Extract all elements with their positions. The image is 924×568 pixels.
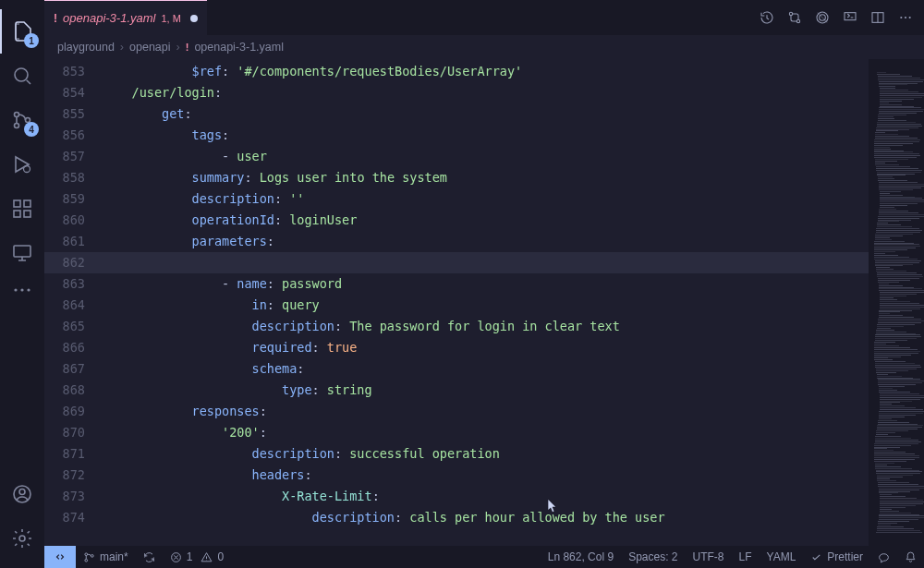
code-line[interactable]: $ref: '#/components/requestBodies/UserAr… xyxy=(102,61,869,82)
line-number-gutter[interactable]: 8538548558568578588598608618628638648658… xyxy=(44,59,102,546)
svg-rect-9 xyxy=(14,246,30,257)
line-number: 857 xyxy=(44,146,85,167)
problems-status[interactable]: 1 0 xyxy=(163,546,231,568)
more-actions-icon[interactable] xyxy=(898,10,913,25)
tab-bar: ! openapi-3-1.yaml 1, M xyxy=(44,0,924,35)
line-number: 872 xyxy=(44,465,85,486)
breadcrumb-segment[interactable]: openapi-3-1.yaml xyxy=(194,41,284,54)
svg-point-22 xyxy=(900,17,902,18)
breadcrumb-segment[interactable]: playground xyxy=(57,41,115,54)
code-line[interactable]: schema: xyxy=(102,358,869,380)
eol-status[interactable]: LF xyxy=(732,546,760,568)
code-line[interactable]: description: '' xyxy=(102,188,869,210)
run-debug-icon[interactable] xyxy=(0,142,44,187)
line-number: 867 xyxy=(44,358,85,380)
code-line[interactable]: X-Rate-Limit: xyxy=(102,486,869,507)
line-number: 858 xyxy=(44,167,85,188)
line-number: 865 xyxy=(44,316,85,337)
cursor-position-status[interactable]: Ln 862, Col 9 xyxy=(541,546,621,568)
code-line[interactable]: /user/login: xyxy=(102,82,869,103)
explorer-icon[interactable]: 1 xyxy=(0,9,44,54)
line-number: 862 xyxy=(44,252,85,273)
code-line[interactable]: operationId: loginUser xyxy=(102,210,869,231)
sync-status[interactable] xyxy=(136,546,163,568)
svg-rect-8 xyxy=(24,200,30,207)
line-number: 856 xyxy=(44,125,85,146)
accounts-icon[interactable] xyxy=(0,472,44,516)
line-number: 855 xyxy=(44,103,85,125)
indentation-status[interactable]: Spaces: 2 xyxy=(621,546,685,568)
encoding-status[interactable]: UTF-8 xyxy=(686,546,732,568)
breadcrumbs[interactable]: playground › openapi › ! openapi-3-1.yam… xyxy=(44,35,924,59)
feedback-icon[interactable] xyxy=(870,546,897,568)
code-line[interactable]: description: calls per hour allowed by t… xyxy=(102,507,869,528)
svg-rect-20 xyxy=(845,13,856,20)
svg-point-0 xyxy=(15,68,28,81)
scm-badge: 4 xyxy=(24,122,39,137)
line-number: 868 xyxy=(44,380,85,401)
code-line[interactable]: tags: xyxy=(102,125,869,146)
tab-dirty-indicator xyxy=(190,15,198,22)
code-line[interactable]: in: query xyxy=(102,295,869,316)
code-line[interactable]: '200': xyxy=(102,422,869,443)
main-area: ! openapi-3-1.yaml 1, M playground › ope… xyxy=(44,0,924,568)
code-line[interactable] xyxy=(102,252,869,273)
line-number: 864 xyxy=(44,295,85,316)
line-number: 873 xyxy=(44,486,85,507)
editor-actions xyxy=(760,10,924,25)
breadcrumb-segment[interactable]: openapi xyxy=(129,41,171,54)
language-mode-status[interactable]: YAML xyxy=(760,546,804,568)
code-content[interactable]: $ref: '#/components/requestBodies/UserAr… xyxy=(102,59,869,546)
editor[interactable]: 8538548558568578588598608618628638648658… xyxy=(44,59,924,546)
run-icon[interactable] xyxy=(843,10,857,25)
extensions-icon[interactable] xyxy=(0,187,44,231)
settings-gear-icon[interactable] xyxy=(0,516,44,561)
svg-point-10 xyxy=(14,288,17,291)
code-line[interactable]: description: The password for login in c… xyxy=(102,316,869,337)
code-line[interactable]: - name: password xyxy=(102,273,869,295)
search-icon[interactable] xyxy=(0,54,44,98)
svg-point-24 xyxy=(909,17,911,18)
code-line[interactable]: get: xyxy=(102,103,869,125)
code-line[interactable]: summary: Logs user into the system xyxy=(102,167,869,188)
notifications-icon[interactable] xyxy=(897,546,924,568)
code-line[interactable]: description: successful operation xyxy=(102,443,869,465)
code-line[interactable]: required: true xyxy=(102,337,869,358)
prettier-status[interactable]: Prettier xyxy=(803,546,870,568)
more-icon[interactable] xyxy=(0,275,44,305)
code-line[interactable]: parameters: xyxy=(102,231,869,252)
chevron-right-icon: › xyxy=(176,41,180,54)
minimap[interactable] xyxy=(869,59,924,546)
preview-icon[interactable] xyxy=(815,10,830,25)
remote-indicator[interactable] xyxy=(44,546,76,568)
line-number: 860 xyxy=(44,210,85,231)
line-number: 874 xyxy=(44,507,85,528)
timeline-icon[interactable] xyxy=(760,10,774,25)
line-number: 854 xyxy=(44,82,85,103)
svg-point-2 xyxy=(15,124,19,128)
tab-openapi[interactable]: ! openapi-3-1.yaml 1, M xyxy=(44,0,207,35)
source-control-icon[interactable]: 4 xyxy=(0,98,44,142)
split-editor-icon[interactable] xyxy=(870,10,885,25)
line-number: 869 xyxy=(44,401,85,422)
svg-point-23 xyxy=(905,17,906,18)
line-number: 859 xyxy=(44,188,85,210)
svg-point-4 xyxy=(24,166,30,173)
compare-icon[interactable] xyxy=(787,10,802,25)
line-number: 853 xyxy=(44,61,85,82)
yaml-file-icon: ! xyxy=(54,12,57,25)
git-branch-status[interactable]: main* xyxy=(76,546,136,568)
svg-rect-6 xyxy=(14,211,20,217)
activity-bar: 1 4 xyxy=(0,0,44,568)
code-line[interactable]: responses: xyxy=(102,401,869,422)
code-line[interactable]: headers: xyxy=(102,465,869,486)
remote-explorer-icon[interactable] xyxy=(0,231,44,275)
svg-point-1 xyxy=(15,113,19,117)
line-number: 871 xyxy=(44,443,85,465)
explorer-badge: 1 xyxy=(24,33,39,48)
code-line[interactable]: - user xyxy=(102,146,869,167)
code-line[interactable]: type: string xyxy=(102,380,869,401)
svg-point-14 xyxy=(19,489,25,495)
svg-rect-5 xyxy=(14,200,20,207)
svg-point-16 xyxy=(789,12,792,15)
